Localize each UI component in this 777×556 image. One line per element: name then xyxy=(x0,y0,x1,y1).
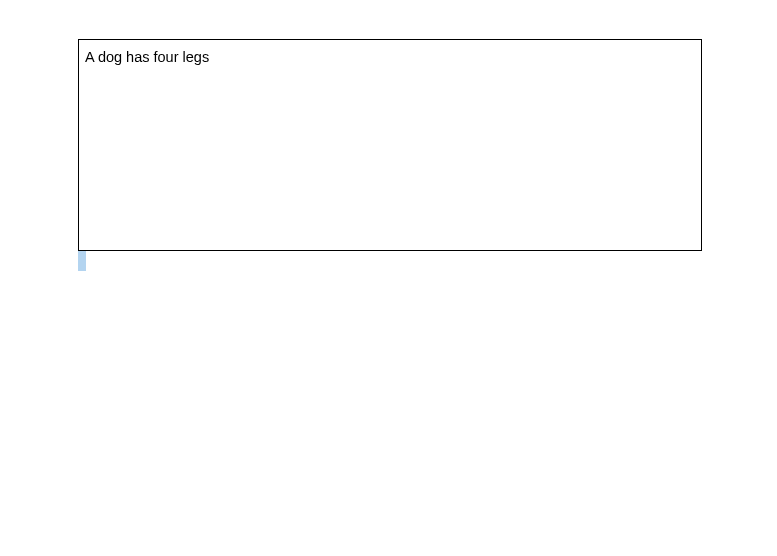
main-textarea[interactable] xyxy=(78,39,702,251)
selection-highlight xyxy=(78,251,86,271)
textarea-container xyxy=(78,39,702,255)
